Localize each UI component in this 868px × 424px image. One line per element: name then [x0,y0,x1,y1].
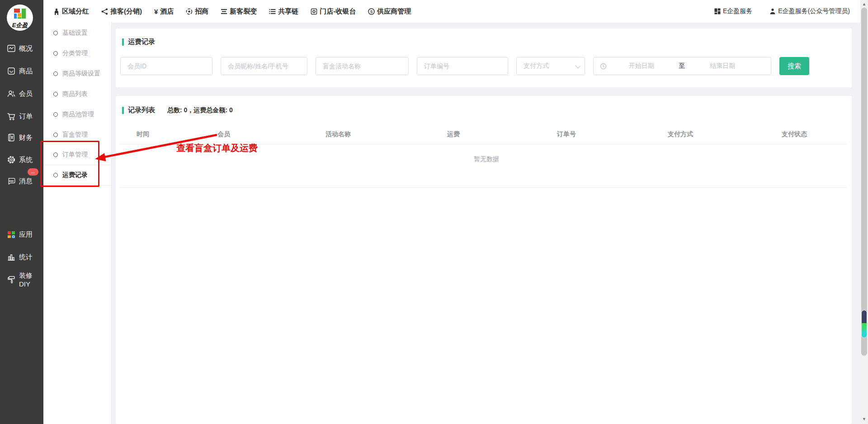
freight-record-search-panel: 运费记录 支付方式 开始日期 至 结束日期 搜索 [116,29,852,87]
message-badge: … [28,168,38,176]
column-header-pay-method: 支付方式 [668,130,693,138]
nav-item-label: 门店-收银台 [320,7,356,16]
sidebar-item-label: 系统 [19,156,33,164]
annotation-text: 查看盲盒订单及运费 [176,142,258,154]
finance-ledger-icon [7,133,16,142]
sidebar-item-stats[interactable]: 统计 [0,249,43,265]
sidebar-item-finance[interactable]: 财务 [0,130,43,145]
sidebar-item-members[interactable]: 会员 [0,86,43,101]
panel-title-text: 记录列表 [128,106,155,114]
stats-bars-icon [7,252,16,262]
service-menu[interactable]: E企盈服务 [714,7,752,15]
nav-item-investment[interactable]: 招商 [186,7,208,16]
pay-method-select[interactable]: 支付方式 [516,57,585,75]
column-header-freight: 运费 [447,130,460,138]
service-label: E企盈服务 [723,7,752,15]
submenu-item-label: 订单管理 [62,151,88,159]
sidebar-item-messages[interactable]: 消息 [0,173,43,189]
sidebar-item-system[interactable]: 系统 [0,152,43,167]
nav-item-supplier-management[interactable]: S 供应商管理 [368,7,411,16]
sidebar-item-apps[interactable]: 应用 [0,227,43,242]
submenu-item-label: 商品列表 [62,90,88,98]
s-circle-icon: S [368,8,375,15]
scroll-down-arrow-icon[interactable]: ▼ [860,416,868,422]
blind-box-activity-input[interactable] [316,57,409,75]
sidebar-item-goods[interactable]: 商品 [0,63,43,79]
page-scrollbar: ▲ ▼ [860,0,868,424]
date-range-picker[interactable]: 开始日期 至 结束日期 [593,57,771,75]
member-id-input[interactable] [120,57,212,75]
circle-icon [53,152,58,157]
table-row-divider [120,187,847,188]
nav-item-store-cashier[interactable]: 门店-收银台 [311,7,356,16]
title-accent-bar [122,38,124,46]
submenu-item-label: 运费记录 [62,171,88,179]
sidebar-item-label: 财务 [19,133,33,142]
sidebar-item-label: 订单 [19,112,33,121]
triple-bars-icon [221,9,227,14]
cart-icon [7,112,16,121]
member-info-input[interactable] [221,57,307,75]
sidebar-item-overview[interactable]: 概况 [0,41,43,56]
nav-item-label: 招商 [195,7,208,16]
chevron-down-icon [576,63,580,68]
circle-icon [53,51,58,56]
sidebar-item-decorate-diy[interactable]: 装修DIY [0,272,43,287]
apps-grid-icon [7,230,16,239]
search-form: 支付方式 开始日期 至 结束日期 搜索 [120,57,809,75]
circle-icon [53,112,58,117]
nav-item-label: 酒店 [160,7,174,16]
submenu-item-label: 分类管理 [62,49,88,57]
circle-icon [53,92,58,96]
nav-item-promoter[interactable]: 推客(分销) [101,7,142,16]
sub-sidebar: 基础设置 分类管理 商品等级设置 商品列表 商品池管理 盲盒管理 订单管理 运费… [43,23,112,424]
members-icon [7,89,16,98]
account-label: E企盈服务(公众号管理员) [778,7,850,15]
submenu-item-basic-settings[interactable]: 基础设置 [43,23,111,43]
pay-method-placeholder: 支付方式 [524,62,549,70]
scroll-up-arrow-icon[interactable]: ▲ [860,1,868,7]
submenu-item-goods-list[interactable]: 商品列表 [43,84,111,104]
record-summary: 总数: 0，运费总金额: 0 [167,106,233,114]
search-button[interactable]: 搜索 [779,57,809,75]
submenu-item-order-management[interactable]: 订单管理 [43,145,111,165]
grid-icon [714,8,721,14]
sidebar-item-orders[interactable]: 订单 [0,109,43,124]
nav-item-share-chain[interactable]: 共享链 [269,7,298,16]
empty-data-text: 暂无数据 [474,155,499,163]
title-accent-bar [122,107,124,114]
submenu-item-blind-box-management[interactable]: 盲盒管理 [43,124,111,145]
recycle-circle-icon [186,8,193,15]
column-header-time: 时间 [137,130,149,138]
submenu-item-goods-pool-management[interactable]: 商品池管理 [43,104,111,124]
range-separator: 至 [676,62,688,70]
sidebar-item-label: 会员 [19,90,33,98]
logo-blocks-icon [13,8,27,22]
circle-icon [53,133,58,137]
column-header-member: 会员 [217,130,230,138]
scrollbar-thumb[interactable] [861,310,867,338]
circle-icon [53,173,58,177]
sidebar-item-label: 消息 [19,177,33,186]
start-date-placeholder: 开始日期 [607,62,676,70]
nav-item-label: 区域分红 [62,7,89,16]
order-no-input[interactable] [417,57,508,75]
circle-icon [53,71,58,76]
submenu-item-category-management[interactable]: 分类管理 [43,43,111,63]
end-date-placeholder: 结束日期 [688,62,758,70]
panel-title-text: 运费记录 [128,38,155,46]
submenu-item-goods-level-settings[interactable]: 商品等级设置 [43,63,111,84]
nav-item-hotel[interactable]: ¥ 酒店 [154,7,174,16]
column-header-activity: 活动名称 [326,130,351,138]
goods-bag-icon [7,67,16,76]
scrollbar-track[interactable] [861,8,867,356]
account-menu[interactable]: E企盈服务(公众号管理员) [769,7,850,15]
user-icon [769,8,776,14]
submenu-item-freight-records[interactable]: 运费记录 [43,165,111,186]
paint-roller-icon [7,275,16,284]
top-nav-right: E企盈服务 E企盈服务(公众号管理员) [714,0,850,23]
panel-title: 运费记录 [122,38,155,46]
nav-item-region-dividend[interactable]: 区域分红 [53,7,89,16]
nav-item-new-customer-fission[interactable]: 新客裂变 [221,7,257,16]
sidebar-item-label: 概况 [19,44,33,53]
